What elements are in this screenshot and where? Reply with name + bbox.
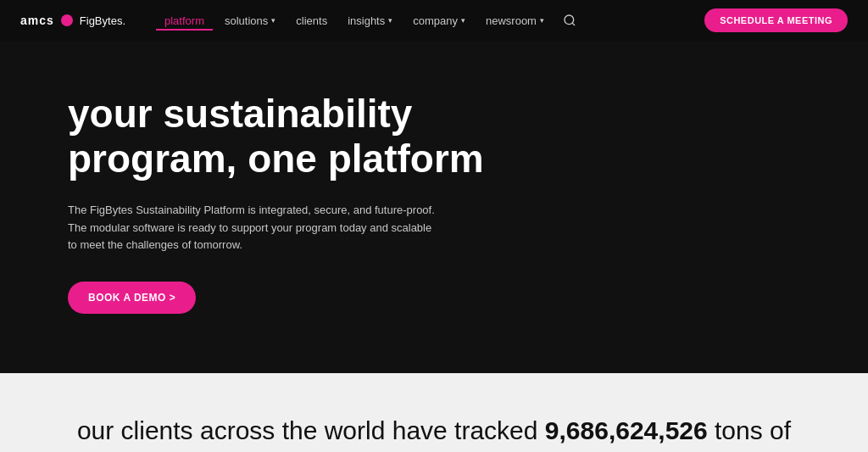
- chevron-down-icon: ▾: [461, 16, 465, 25]
- chevron-down-icon: ▾: [540, 16, 544, 25]
- chevron-down-icon: ▾: [271, 16, 275, 25]
- nav-item-company[interactable]: company ▾: [404, 11, 474, 31]
- logo-area: amcs FigBytes.: [20, 14, 125, 27]
- hero-title: your sustainability program, one platfor…: [68, 92, 509, 181]
- logo-figbytes[interactable]: FigBytes.: [80, 14, 125, 27]
- stats-headline: our clients across the world have tracke…: [68, 414, 800, 452]
- chevron-down-icon: ▾: [388, 16, 392, 25]
- schedule-meeting-button[interactable]: SCHEDULE A MEETING: [704, 8, 848, 32]
- logo-dot: [61, 14, 73, 26]
- hero-subtitle: The FigBytes Sustainability Platform is …: [68, 202, 441, 254]
- nav-item-clients[interactable]: clients: [287, 11, 336, 31]
- hero-section: your sustainability program, one platfor…: [0, 41, 868, 373]
- book-demo-button[interactable]: BOOK A DEMO >: [68, 282, 196, 314]
- svg-line-1: [572, 23, 575, 25]
- search-icon[interactable]: [556, 10, 583, 31]
- navbar: amcs FigBytes. platform solutions ▾ clie…: [0, 0, 868, 41]
- nav-item-solutions[interactable]: solutions ▾: [216, 11, 284, 31]
- logo-amcs[interactable]: amcs: [20, 14, 54, 27]
- nav-item-insights[interactable]: insights ▾: [339, 11, 401, 31]
- svg-point-0: [565, 15, 574, 25]
- stats-section: our clients across the world have tracke…: [0, 373, 868, 452]
- nav-item-newsroom[interactable]: newsroom ▾: [477, 11, 553, 31]
- stats-number: 9,686,624,526: [545, 416, 708, 444]
- nav-item-platform[interactable]: platform: [156, 11, 213, 31]
- nav-items: platform solutions ▾ clients insights ▾ …: [156, 10, 681, 31]
